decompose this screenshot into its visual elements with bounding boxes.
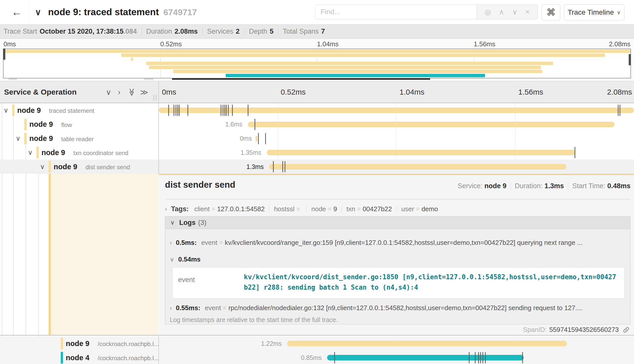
span-collapse-chevron-icon[interactable]: ∨ — [16, 132, 20, 146]
span-duration-bar[interactable] — [267, 150, 575, 155]
span-collapse-chevron-icon[interactable]: ∨ — [28, 145, 33, 160]
span-log-marker[interactable] — [469, 352, 470, 363]
span-log-marker[interactable] — [255, 119, 255, 130]
trace-timeline-page: ← ∨ node 9: traced statement 6749717 ◎ ∧… — [0, 0, 634, 364]
service-color-bar — [61, 352, 63, 363]
trace-title-text: node 9: traced statement — [48, 7, 159, 17]
span-log-marker[interactable] — [232, 105, 233, 116]
span-row[interactable]: ∨node 9table reader0ms — [0, 132, 634, 146]
span-row[interactable]: ∨node 9txn coordinator send1.35ms — [0, 145, 634, 160]
operation-name: /cockroach.roachpb.I... — [98, 337, 159, 351]
log-field-key: event — [178, 276, 195, 284]
prev-result-icon[interactable]: ∧ — [499, 8, 504, 16]
log-key: event — [201, 239, 217, 247]
span-log-marker[interactable] — [475, 352, 476, 363]
equals-sign: = — [357, 206, 361, 212]
minimap-right-scrubber[interactable] — [629, 54, 631, 65]
collapse-all-icon[interactable]: ∨ — [106, 81, 111, 103]
minimap-left-scrubber[interactable] — [3, 49, 5, 60]
span-duration-bar[interactable] — [256, 136, 257, 141]
timeline-tick-label: 0.52ms — [281, 81, 306, 103]
collapse-one-icon[interactable]: ≫ — [128, 81, 136, 103]
span-log-marker[interactable] — [248, 105, 248, 116]
tags-row[interactable]: › Tags: client=127.0.0.1:54582hostssl=no… — [165, 203, 438, 215]
service-color-bar — [61, 338, 63, 349]
minimap-canvas[interactable] — [3, 49, 631, 78]
log-entry[interactable]: › 0.55ms: event = rpc/nodedialer/nodedia… — [170, 304, 623, 312]
span-log-marker[interactable] — [478, 352, 479, 363]
span-log-marker[interactable] — [177, 105, 178, 116]
tag-separator — [269, 205, 269, 213]
span-duration-bar[interactable] — [327, 355, 523, 360]
span-log-marker[interactable] — [223, 105, 223, 116]
span-log-marker[interactable] — [334, 352, 335, 363]
log-entry-expanded-header[interactable]: ∨ 0.54ms — [170, 255, 623, 263]
trace-view-select[interactable]: Trace Timeline ∨ — [564, 4, 624, 20]
minimap-span-bar — [4, 50, 630, 53]
span-log-marker[interactable] — [273, 161, 274, 172]
span-duration-bar[interactable] — [287, 341, 567, 346]
span-log-marker[interactable] — [221, 105, 221, 116]
span-log-marker[interactable] — [285, 161, 285, 172]
next-result-icon[interactable]: ∨ — [512, 8, 517, 16]
tag-pair: client=127.0.0.1:54582 — [194, 205, 265, 213]
span-log-marker[interactable] — [620, 105, 620, 116]
span-log-marker[interactable] — [618, 105, 619, 116]
back-arrow-icon[interactable]: ← — [5, 0, 28, 24]
span-duration-label: 0.85ms — [301, 351, 322, 364]
tag-key: txn — [346, 205, 355, 213]
find-input[interactable] — [315, 4, 476, 19]
stats-separator — [568, 182, 568, 190]
span-log-marker[interactable] — [224, 105, 225, 116]
operation-name: flow — [61, 118, 72, 132]
summary-value: 2.08ms — [175, 28, 198, 35]
span-duration-label: 1.35ms — [241, 145, 261, 160]
span-log-marker[interactable] — [187, 105, 188, 116]
span-log-marker[interactable] — [482, 352, 483, 363]
span-log-marker[interactable] — [226, 105, 227, 116]
summary-value: 7 — [321, 28, 325, 35]
span-duration-bar[interactable] — [248, 122, 615, 127]
detail-divider — [165, 199, 630, 199]
trace-collapse-icon[interactable]: ∨ — [35, 0, 41, 24]
locate-icon[interactable]: ◎ — [485, 8, 491, 16]
span-row[interactable]: ∨node 9dist sender send1.3ms — [0, 160, 634, 174]
span-log-marker[interactable] — [575, 147, 575, 158]
span-row[interactable]: ∨node 9traced statement — [0, 103, 634, 117]
tag-key: client — [194, 205, 210, 213]
expand-all-icon[interactable]: ≫ — [140, 81, 148, 103]
span-log-marker[interactable] — [258, 133, 259, 144]
span-row[interactable]: node 4/cockroach.roachpb.I...0.85ms — [0, 351, 634, 364]
minimap-handle-right[interactable] — [144, 78, 153, 80]
span-row[interactable]: node 9flow1.6ms — [0, 117, 634, 132]
minimap-view-range-bar[interactable] — [172, 78, 430, 80]
link-icon[interactable] — [622, 326, 630, 334]
logs-header[interactable]: ∨ Logs (3) — [165, 217, 630, 229]
minimap-handle-left[interactable] — [8, 78, 17, 80]
log-entry[interactable]: › 0.5ms: event = kv/kvclient/kvcoord/ran… — [170, 239, 623, 247]
keyboard-shortcuts-button[interactable]: ⌘ — [542, 4, 560, 20]
summary-separator — [244, 28, 244, 35]
span-collapse-chevron-icon[interactable]: ∨ — [40, 160, 45, 174]
span-row[interactable]: node 9/cockroach.roachpb.I...1.22ms — [0, 336, 634, 351]
column-resize-handle[interactable]: || — [153, 93, 158, 101]
span-log-marker[interactable] — [179, 105, 180, 116]
span-log-marker[interactable] — [480, 352, 481, 363]
span-log-marker[interactable] — [174, 105, 174, 116]
span-log-marker[interactable] — [282, 161, 283, 172]
span-log-marker[interactable] — [176, 105, 176, 116]
span-collapse-chevron-icon[interactable]: ∨ — [4, 103, 8, 117]
minimap-tick-label: 0ms — [4, 40, 16, 48]
clear-find-icon[interactable]: × — [525, 8, 530, 16]
summary-value: 2 — [236, 28, 240, 35]
span-log-marker[interactable] — [265, 133, 266, 144]
span-log-marker[interactable] — [228, 105, 229, 116]
span-duration-bar[interactable] — [269, 164, 566, 169]
span-log-marker[interactable] — [522, 352, 523, 363]
span-log-marker[interactable] — [168, 105, 169, 116]
expand-one-icon[interactable]: › — [118, 81, 120, 103]
equals-sign: = — [223, 305, 226, 311]
stat-value: 1.3ms — [544, 182, 564, 190]
span-log-marker[interactable] — [485, 352, 486, 363]
span-duration-bar[interactable] — [159, 108, 634, 113]
